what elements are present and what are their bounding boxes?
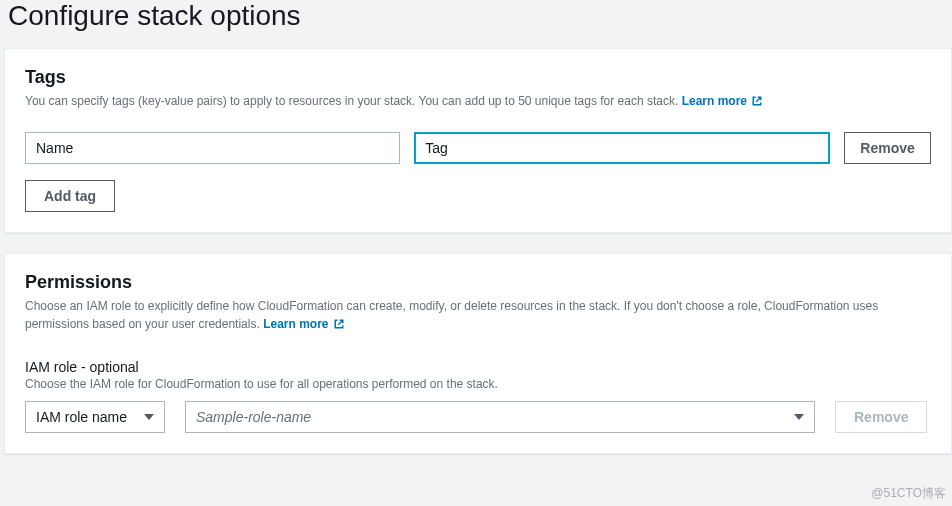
external-link-icon: [333, 318, 345, 330]
permissions-desc-text: Choose an IAM role to explicitly define …: [25, 299, 878, 331]
tags-learn-more-link[interactable]: Learn more: [682, 92, 763, 110]
tags-description: You can specify tags (key-value pairs) t…: [25, 92, 931, 110]
learn-more-label: Learn more: [263, 315, 328, 333]
permissions-learn-more-link[interactable]: Learn more: [263, 315, 344, 333]
permissions-panel: Permissions Choose an IAM role to explic…: [4, 253, 952, 454]
tags-panel: Tags You can specify tags (key-value pai…: [4, 48, 952, 233]
iam-role-name-select[interactable]: Sample-role-name: [185, 401, 815, 433]
iam-role-label: IAM role - optional: [25, 359, 931, 375]
permissions-description: Choose an IAM role to explicitly define …: [25, 297, 931, 333]
learn-more-label: Learn more: [682, 92, 747, 110]
external-link-icon: [751, 95, 763, 107]
add-tag-button[interactable]: Add tag: [25, 180, 115, 212]
iam-role-hint: Choose the IAM role for CloudFormation t…: [25, 377, 931, 391]
page-title: Configure stack options: [0, 0, 952, 48]
iam-role-name-placeholder: Sample-role-name: [196, 409, 311, 425]
iam-role-type-value: IAM role name: [36, 409, 127, 425]
tag-value-input[interactable]: [414, 132, 830, 164]
iam-role-type-select[interactable]: IAM role name: [25, 401, 165, 433]
remove-tag-button[interactable]: Remove: [844, 132, 931, 164]
tags-title: Tags: [25, 67, 931, 88]
tags-desc-text: You can specify tags (key-value pairs) t…: [25, 94, 678, 108]
iam-role-row: IAM role name Sample-role-name Remove: [25, 401, 931, 433]
chevron-down-icon: [144, 414, 154, 420]
chevron-down-icon: [794, 414, 804, 420]
tag-row: Remove: [25, 132, 931, 164]
remove-role-button[interactable]: Remove: [835, 401, 927, 433]
watermark-text: @51CTO博客: [871, 485, 946, 502]
permissions-title: Permissions: [25, 272, 931, 293]
tag-key-input[interactable]: [25, 132, 400, 164]
